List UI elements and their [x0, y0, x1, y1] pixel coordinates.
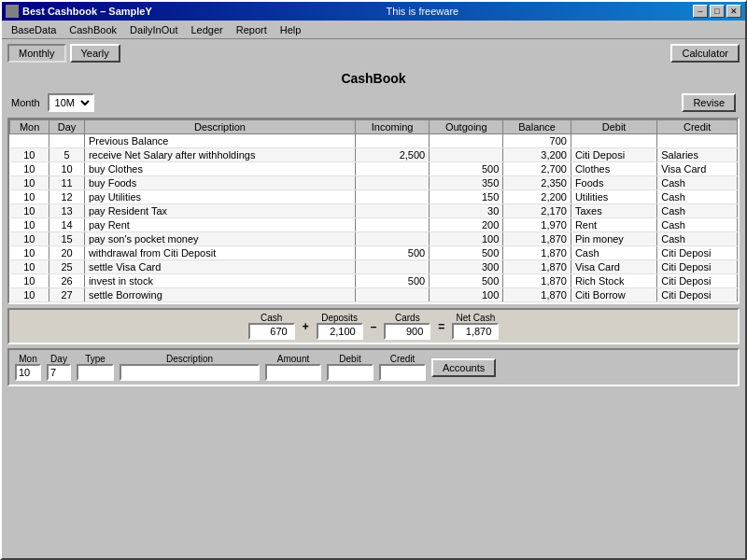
table-row[interactable]: 105receive Net Salary after withholdings…	[10, 148, 738, 162]
table-row[interactable]: 1015pay son's pocket money1001,870Pin mo…	[10, 232, 738, 246]
credit-input[interactable]	[379, 364, 426, 381]
mon-input-group: Mon	[15, 354, 41, 381]
col-header-debit: Debit	[571, 120, 656, 134]
toolbar: Monthly Yearly Calculator	[2, 39, 745, 67]
desc-input[interactable]	[120, 364, 260, 381]
freeware-label: This is freeware	[387, 6, 459, 17]
table-row[interactable]: 1013pay Resident Tax302,170TaxesCash	[10, 204, 738, 218]
equals-op: =	[438, 320, 444, 333]
title-bar: Best Cashbook – SampleY This is freeware…	[2, 2, 745, 21]
menu-bar: BaseData CashBook DailyInOut Ledger Repo…	[2, 21, 745, 39]
table-row[interactable]: 1010buy Clothes5002,700ClothesVisa Card	[10, 162, 738, 176]
net-cash-group: Net Cash 1,870	[452, 313, 499, 340]
menu-cashbook[interactable]: CashBook	[63, 22, 122, 37]
cash-value: 670	[248, 323, 295, 340]
col-header-mon: Mon	[10, 120, 49, 134]
deposits-value: 2,100	[317, 323, 363, 340]
col-header-incoming: Incoming	[356, 120, 430, 134]
content-area: CashBook Month 10M Revise Mon Day Descri…	[2, 67, 745, 558]
type-input-label: Type	[85, 354, 106, 364]
day-input[interactable]	[47, 364, 71, 381]
table-row[interactable]: Previous Balance700	[10, 134, 738, 148]
cards-label-group: Cards 900	[384, 313, 430, 340]
table-row[interactable]: 1011buy Foods3502,350FoodsCash	[10, 176, 738, 190]
net-cash-label-group: Net Cash 1,870	[452, 313, 499, 340]
credit-input-label: Credit	[390, 354, 416, 364]
col-header-desc: Description	[84, 120, 355, 134]
title-bar-left: Best Cashbook – SampleY	[6, 5, 152, 18]
month-selector-group: Month 10M	[11, 93, 94, 112]
title-bar-buttons: – □ ✕	[693, 5, 741, 18]
type-input-group: Type	[77, 354, 114, 381]
maximize-button[interactable]: □	[710, 5, 725, 18]
col-header-balance: Balance	[503, 120, 571, 134]
col-header-outgoing: Outgoing	[430, 120, 503, 134]
desc-input-label: Description	[166, 354, 213, 364]
cards-value: 900	[384, 323, 430, 340]
calculator-button[interactable]: Calculator	[670, 44, 740, 63]
mon-input-label: Mon	[19, 354, 36, 364]
amount-input-group: Amount	[265, 354, 321, 381]
toolbar-left: Monthly Yearly	[7, 44, 120, 63]
month-controls: Month 10M Revise	[7, 91, 740, 114]
table-row[interactable]: 1014pay Rent2001,970RentCash	[10, 218, 738, 232]
mon-input[interactable]	[15, 364, 41, 381]
debit-input-label: Debit	[339, 354, 360, 364]
menu-dailyinout[interactable]: DailyInOut	[124, 22, 183, 37]
menu-report[interactable]: Report	[231, 22, 273, 37]
cash-label: Cash 670	[248, 313, 295, 340]
cashbook-table: Mon Day Description Incoming Outgoing Ba…	[9, 119, 738, 302]
month-label: Month	[11, 97, 40, 108]
table-row[interactable]: 1027settle Borrowing1001,870Citi BorrowC…	[10, 288, 738, 302]
desc-input-group: Description	[120, 354, 260, 381]
main-window: Best Cashbook – SampleY This is freeware…	[0, 0, 747, 560]
col-header-credit: Credit	[657, 120, 738, 134]
credit-input-group: Credit	[379, 354, 426, 381]
yearly-button[interactable]: Yearly	[70, 44, 120, 63]
table-row[interactable]: 1020withdrawal from Citi Deposit5005001,…	[10, 246, 738, 260]
day-input-group: Day	[47, 354, 71, 381]
input-form: Mon Day Type Description Amount Debit	[7, 348, 740, 386]
menu-ledger[interactable]: Ledger	[185, 22, 228, 37]
monthly-button[interactable]: Monthly	[7, 44, 66, 63]
table-row[interactable]: 1012pay Utilities1502,200UtilitiesCash	[10, 190, 738, 204]
cashbook-table-container: Mon Day Description Incoming Outgoing Ba…	[7, 118, 740, 304]
debit-input-group: Debit	[327, 354, 374, 381]
summary-bar: Cash 670 + Deposits 2,100 – Cards 900 =	[7, 308, 740, 344]
table-row[interactable]: 1025settle Visa Card3001,870Visa CardCit…	[10, 260, 738, 274]
debit-input[interactable]	[327, 364, 374, 381]
amount-input[interactable]	[265, 364, 321, 381]
day-input-label: Day	[50, 354, 67, 364]
close-button[interactable]: ✕	[726, 5, 741, 18]
menu-help[interactable]: Help	[275, 22, 307, 37]
cash-group: Cash 670	[248, 313, 295, 340]
page-title: CashBook	[7, 71, 740, 86]
net-cash-value: 1,870	[452, 323, 499, 340]
col-header-day: Day	[49, 120, 85, 134]
app-icon	[6, 5, 19, 18]
minus-op: –	[371, 320, 377, 333]
menu-basedata[interactable]: BaseData	[6, 22, 62, 37]
table-row[interactable]: 1026invest in stock5005001,870Rich Stock…	[10, 274, 738, 288]
window-title: Best Cashbook – SampleY	[22, 6, 152, 17]
minimize-button[interactable]: –	[693, 5, 708, 18]
plus-op: +	[303, 320, 309, 333]
month-select[interactable]: 10M	[48, 93, 94, 112]
accounts-button[interactable]: Accounts	[431, 358, 496, 377]
type-input[interactable]	[77, 364, 114, 381]
cards-group: Cards 900	[384, 313, 430, 340]
deposits-label-group: Deposits 2,100	[317, 313, 363, 340]
amount-input-label: Amount	[277, 354, 309, 364]
revise-button[interactable]: Revise	[682, 93, 736, 112]
deposits-group: Deposits 2,100	[317, 313, 363, 340]
